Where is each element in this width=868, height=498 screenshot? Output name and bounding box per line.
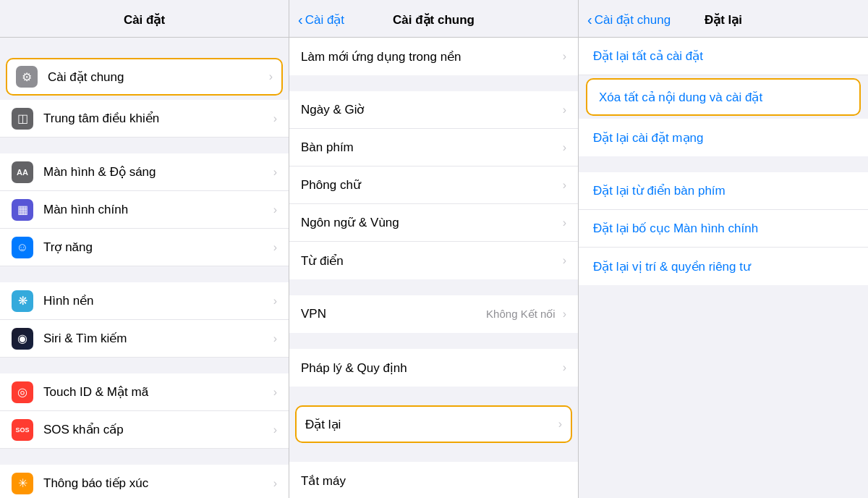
panel2-chevron-dictionary: › xyxy=(563,254,566,267)
panel1-chevron-display: › xyxy=(273,166,277,179)
panel1-item-touch[interactable]: ◎ Touch ID & Mật mã › xyxy=(0,374,289,411)
panel1-item-label-touch: Touch ID & Mật mã xyxy=(43,384,269,400)
panel2-back-button[interactable]: ‹ Cài đặt xyxy=(298,12,344,28)
panel3-item-label-reset-keyboard: Đặt lại từ điển bàn phím xyxy=(593,183,726,198)
panel2-item-language[interactable]: Ngôn ngữ & Vùng › xyxy=(289,204,578,242)
panel1-gap-5 xyxy=(0,266,289,282)
panel1-content: ⚙ Cài đặt chung › ◫ Trung tâm điều khiển… xyxy=(0,38,289,498)
panel2-chevron-language: › xyxy=(563,216,566,229)
panel1-item-display[interactable]: AA Màn hình & Độ sáng › xyxy=(0,153,289,191)
panel1-item-accessibility[interactable]: ☺ Trợ năng › xyxy=(0,229,289,266)
panel2-item-legal[interactable]: Pháp lý & Quy định › xyxy=(289,349,578,387)
panel1-item-sos[interactable]: SOS SOS khẩn cấp › xyxy=(0,411,289,449)
icon-siri: ◉ xyxy=(12,328,33,350)
panel2-item-label-legal: Pháp lý & Quy định xyxy=(301,360,558,376)
panel2-item-font[interactable]: Phông chữ › xyxy=(289,166,578,204)
panel2-chevron-refresh: › xyxy=(563,50,566,63)
icon-sos: SOS xyxy=(12,419,33,441)
panel1-item-label-control: Trung tâm điều khiển xyxy=(43,111,269,126)
panel3-item-reset-keyboard[interactable]: Đặt lại từ điển bàn phím xyxy=(579,172,868,210)
panel1-chevron-wallpaper: › xyxy=(273,295,277,308)
panel1-chevron-home: › xyxy=(273,203,277,216)
panel3-back-label: Cài đặt chung xyxy=(595,12,671,28)
panel2-chevron-vpn: › xyxy=(563,308,566,321)
panel1-item-label-home: Màn hình chính xyxy=(43,203,269,217)
panel3-item-reset-location[interactable]: Đặt lại vị trí & quyền riêng tư xyxy=(579,248,868,285)
panel3-item-label-reset-network: Đặt lại cài đặt mạng xyxy=(593,130,703,145)
panel2-item-shutdown[interactable]: Tắt máy xyxy=(289,462,578,498)
panel1-item-label-exposure: Thông báo tiếp xúc xyxy=(43,476,269,491)
panel2-chevron-reset: › xyxy=(558,418,562,431)
panel1-gap-0 xyxy=(0,38,289,54)
icon-display: AA xyxy=(12,161,33,183)
panel2-content: Làm mới ứng dụng trong nền › Ngày & Giờ … xyxy=(289,38,578,498)
panel3-item-label-reset-layout: Đặt lại bố cục Màn hình chính xyxy=(593,221,758,236)
panel1-title: Cài đặt xyxy=(124,12,165,28)
panel3-title: Đặt lại xyxy=(705,12,742,28)
panel2-item-label-language: Ngôn ngữ & Vùng xyxy=(301,215,558,230)
panel3-content: Đặt lại tất cả cài đặt Xóa tất cả nội du… xyxy=(579,38,868,498)
panel-reset: ‹ Cài đặt chung Đặt lại Đặt lại tất cả c… xyxy=(579,0,868,498)
panel3-header: ‹ Cài đặt chung Đặt lại xyxy=(579,0,868,38)
panel3-item-label-erase-all: Xóa tất cả nội dung và cài đặt xyxy=(599,90,762,105)
panel3-item-reset-layout[interactable]: Đặt lại bố cục Màn hình chính xyxy=(579,210,868,248)
panel1-item-label-accessibility: Trợ năng xyxy=(43,240,269,255)
icon-home: ▦ xyxy=(12,199,33,221)
panel1-item-label-general: Cài đặt chung xyxy=(48,69,265,85)
panel3-gap-1 xyxy=(579,156,868,172)
panel2-item-keyboard[interactable]: Bàn phím › xyxy=(289,129,578,166)
icon-wallpaper: ❋ xyxy=(12,290,33,312)
panel2-item-datetime[interactable]: Ngày & Giờ › xyxy=(289,91,578,129)
panel3-item-reset-network[interactable]: Đặt lại cài đặt mạng xyxy=(579,119,868,156)
icon-control: ◫ xyxy=(12,108,33,130)
panel2-gap-2 xyxy=(289,279,578,295)
panel1-item-label-display: Màn hình & Độ sáng xyxy=(43,164,269,180)
panel2-item-label-keyboard: Bàn phím xyxy=(301,140,558,155)
panel2-item-label-font: Phông chữ xyxy=(301,177,558,193)
panel1-chevron-siri: › xyxy=(273,332,277,345)
panel2-item-dictionary[interactable]: Từ điển › xyxy=(289,242,578,279)
panel-general: ‹ Cài đặt Cài đặt chung Làm mới ứng dụng… xyxy=(289,0,579,498)
panel2-item-label-vpn: VPN xyxy=(301,307,486,321)
panel1-gap-2 xyxy=(0,138,289,153)
panel1-gap-9 xyxy=(0,449,289,465)
panel2-item-label-datetime: Ngày & Giờ xyxy=(301,102,558,117)
panel1-chevron-control: › xyxy=(273,112,277,125)
panel2-chevron-legal: › xyxy=(563,361,566,374)
panel3-item-label-reset-location: Đặt lại vị trí & quyền riêng tư xyxy=(593,259,751,274)
panel2-chevron-keyboard: › xyxy=(563,141,566,154)
panel2-gap-1 xyxy=(289,75,578,91)
panel1-item-exposure[interactable]: ✳ Thông báo tiếp xúc › xyxy=(0,465,289,498)
panel1-item-control[interactable]: ◫ Trung tâm điều khiển › xyxy=(0,100,289,138)
panel2-gap-5 xyxy=(289,446,578,462)
panel1-item-home[interactable]: ▦ Màn hình chính › xyxy=(0,191,289,229)
panel1-chevron-general: › xyxy=(269,70,273,83)
panel3-item-erase-all[interactable]: Xóa tất cả nội dung và cài đặt xyxy=(586,78,861,116)
icon-accessibility: ☺ xyxy=(12,237,33,258)
panel2-header: ‹ Cài đặt Cài đặt chung xyxy=(289,0,578,38)
panel2-item-label-reset: Đặt lại xyxy=(305,417,554,432)
panel2-item-reset[interactable]: Đặt lại › xyxy=(295,405,572,443)
panel3-item-reset-all[interactable]: Đặt lại tất cả cài đặt xyxy=(579,38,868,75)
icon-general: ⚙ xyxy=(16,66,38,88)
panel2-item-label-refresh: Làm mới ứng dụng trong nền xyxy=(301,49,558,64)
panel-settings: Cài đặt ⚙ Cài đặt chung › ◫ Trung tâm đi… xyxy=(0,0,289,498)
panel2-item-refresh[interactable]: Làm mới ứng dụng trong nền › xyxy=(289,38,578,75)
panel1-item-label-wallpaper: Hình nền xyxy=(43,293,269,308)
panel2-back-label: Cài đặt xyxy=(305,12,344,28)
panel1-chevron-touch: › xyxy=(273,386,277,399)
panel2-gap-3 xyxy=(289,333,578,349)
panel3-back-chevron: ‹ xyxy=(587,12,592,27)
panel1-item-general[interactable]: ⚙ Cài đặt chung › xyxy=(6,58,283,96)
icon-touch: ◎ xyxy=(12,381,33,403)
panel3-back-button[interactable]: ‹ Cài đặt chung xyxy=(587,12,671,28)
panel1-chevron-exposure: › xyxy=(273,477,277,490)
panel1-item-wallpaper[interactable]: ❋ Hình nền › xyxy=(0,282,289,320)
panel2-title: Cài đặt chung xyxy=(393,12,475,28)
panel2-item-vpn[interactable]: VPN Không Kết nối › xyxy=(289,295,578,333)
panel2-back-chevron: ‹ xyxy=(298,12,303,27)
panel2-chevron-datetime: › xyxy=(563,104,566,117)
panel1-gap-7 xyxy=(0,358,289,374)
panel1-item-siri[interactable]: ◉ Siri & Tìm kiếm › xyxy=(0,320,289,358)
panel3-item-label-reset-all: Đặt lại tất cả cài đặt xyxy=(593,48,703,64)
